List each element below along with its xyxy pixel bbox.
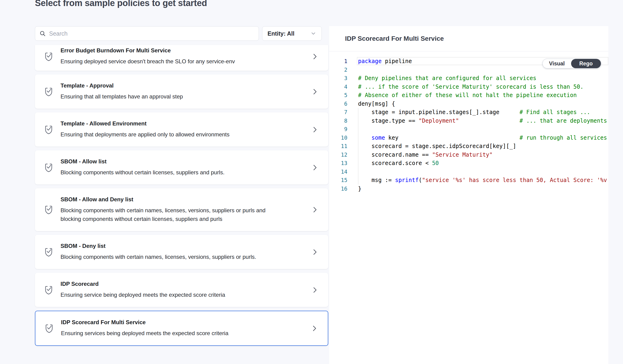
shield-check-icon	[43, 124, 54, 135]
shield-check-icon	[43, 247, 54, 257]
line-number: 9	[329, 125, 358, 134]
line-number: 6	[329, 100, 358, 108]
chevron-right-icon	[312, 248, 317, 256]
policy-card[interactable]: Error Budget Burndown For Multi ServiceE…	[35, 45, 328, 71]
code-line: 5# Absence of either of these will not h…	[329, 91, 608, 100]
search-input[interactable]	[49, 30, 254, 37]
line-number: 4	[329, 83, 358, 91]
chevron-right-icon	[312, 164, 317, 171]
policy-card[interactable]: SBOM - Allow and Deny listBlocking compo…	[35, 188, 328, 231]
policy-card-description: Ensuring that all templates have an appr…	[61, 92, 268, 101]
code-line: 16}	[329, 185, 608, 193]
page-title: Select from sample policies to get start…	[35, 0, 207, 8]
code-line: 8 stage.type == "Deployment" # ... that …	[329, 117, 608, 125]
code-line-content	[358, 125, 608, 134]
policy-card-text: Error Budget Burndown For Multi ServiceE…	[61, 47, 306, 66]
toggle-visual-button[interactable]: Visual	[543, 61, 571, 67]
shield-check-icon	[43, 124, 54, 135]
shield-check-icon	[43, 86, 54, 97]
chevron-right-icon	[312, 53, 317, 61]
code-editor: 1package pipeline23# Deny pipelines that…	[329, 57, 608, 364]
chevron-right-icon	[312, 206, 317, 214]
line-number: 14	[329, 168, 358, 176]
policy-card-description: Ensuring deployed service doesn't breach…	[61, 57, 268, 66]
code-line-content: msg := sprintf("service '%s' has score l…	[358, 176, 608, 185]
shield-check-icon	[43, 162, 54, 173]
policy-card-text: Template - Allowed EnvironmentEnsuring t…	[61, 120, 306, 139]
code-line-content: # Deny pipelines that are configured for…	[358, 74, 608, 83]
line-number: 1	[329, 57, 358, 66]
line-number: 11	[329, 142, 358, 150]
chevron-right-icon	[312, 206, 317, 214]
line-number: 7	[329, 108, 358, 117]
chevron-right-icon	[312, 164, 317, 171]
toggle-rego-button[interactable]: Rego	[571, 59, 601, 68]
code-line: 3# Deny pipelines that are configured fo…	[329, 74, 608, 83]
panel-divider	[329, 51, 608, 51]
policy-card[interactable]: IDP Scorecard For Multi ServiceEnsuring …	[35, 311, 328, 346]
policy-card-description: Ensuring services being deployed meets t…	[61, 329, 268, 338]
code-line-content	[358, 168, 608, 176]
shield-check-icon	[43, 204, 54, 215]
policy-card[interactable]: Template - Allowed EnvironmentEnsuring t…	[35, 112, 328, 147]
policy-card-text: IDP Scorecard For Multi ServiceEnsuring …	[61, 319, 306, 338]
search-box[interactable]	[35, 26, 259, 41]
shield-check-icon	[43, 204, 54, 215]
policy-list: Error Budget Burndown For Multi ServiceE…	[35, 45, 328, 346]
policy-card-title: Template - Allowed Environment	[61, 120, 306, 127]
shield-check-icon	[44, 323, 54, 334]
chevron-right-icon	[312, 286, 317, 294]
policy-card-text: Template - ApprovalEnsuring that all tem…	[61, 82, 306, 101]
policy-card-title: SBOM - Allow list	[61, 158, 306, 165]
policy-card-title: Template - Approval	[61, 82, 306, 89]
policy-card[interactable]: Template - ApprovalEnsuring that all tem…	[35, 74, 328, 109]
chevron-right-icon	[312, 324, 317, 332]
policy-card-title: IDP Scorecard	[61, 281, 306, 287]
policy-card-text: SBOM - Deny listBlocking components with…	[61, 243, 306, 261]
shield-check-icon	[44, 323, 54, 334]
entity-filter-dropdown[interactable]: Entity: All	[262, 26, 322, 41]
shield-check-icon	[43, 51, 54, 62]
code-line: 6deny[msg] {	[329, 100, 608, 108]
code-line-content: # Absence of either of these will not ha…	[358, 91, 608, 100]
policy-card-text: SBOM - Allow and Deny listBlocking compo…	[61, 196, 306, 223]
chevron-right-icon	[312, 126, 317, 134]
code-line-content: }	[358, 185, 608, 193]
chevron-right-icon	[312, 324, 317, 332]
line-number: 3	[329, 74, 358, 83]
shield-check-icon	[43, 285, 54, 295]
code-line-content: some key # run through all services	[358, 134, 608, 142]
line-number: 8	[329, 117, 358, 125]
chevron-down-icon	[310, 30, 316, 37]
code-line-content: scorecard = stage.spec.idpScorecard[key]…	[358, 142, 608, 150]
code-line-content: stage.type == "Deployment" # ... that ar…	[358, 117, 608, 125]
policy-card[interactable]: SBOM - Allow listBlocking components wit…	[35, 150, 328, 185]
line-number: 12	[329, 150, 358, 159]
chevron-right-icon	[312, 53, 317, 61]
shield-check-icon	[43, 51, 54, 62]
shield-check-icon	[43, 285, 54, 295]
line-number: 10	[329, 134, 358, 142]
policy-card-description: Blocking components with certain names, …	[61, 253, 268, 261]
code-rows: 1package pipeline23# Deny pipelines that…	[329, 57, 608, 193]
shield-check-icon	[43, 247, 54, 257]
code-line: 11 scorecard = stage.spec.idpScorecard[k…	[329, 142, 608, 150]
line-number: 5	[329, 91, 358, 100]
search-icon	[39, 30, 46, 37]
code-line-content: stage = input.pipeline.stages[_].stage #…	[358, 108, 608, 117]
policy-card-title: SBOM - Deny list	[61, 243, 306, 249]
policy-card[interactable]: IDP ScorecardEnsuring service being depl…	[35, 273, 328, 307]
policy-card-text: SBOM - Allow listBlocking components wit…	[61, 158, 306, 177]
code-line: 12 scorecard.name == "Service Maturity"	[329, 150, 608, 159]
chevron-right-icon	[312, 88, 317, 96]
chevron-right-icon	[312, 126, 317, 134]
entity-filter-label: Entity: All	[267, 30, 294, 37]
policy-card[interactable]: SBOM - Deny listBlocking components with…	[35, 235, 328, 269]
policy-card-description: Ensuring service being deployed meets th…	[61, 290, 268, 299]
chevron-right-icon	[312, 88, 317, 96]
code-line-content: scorecard.score < 50	[358, 159, 608, 168]
line-number: 13	[329, 159, 358, 168]
view-mode-toggle[interactable]: Visual Rego	[542, 59, 601, 68]
code-line-content: deny[msg] {	[358, 100, 608, 108]
code-line: 10 some key # run through all services	[329, 134, 608, 142]
